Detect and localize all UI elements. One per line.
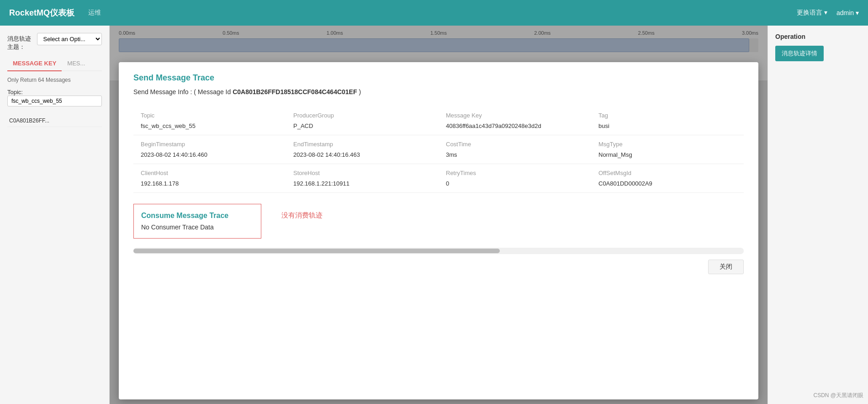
- modal-dialog: Send Message Trace Send Message Info : (…: [119, 62, 758, 399]
- info-value-topic: fsc_wb_ccs_web_55: [141, 122, 279, 129]
- info-label-topic: Topic: [141, 112, 279, 119]
- info-value-offset-msgid: C0A801DD00002A9: [598, 180, 736, 187]
- topic-field-label: Topic:: [7, 89, 102, 112]
- info-cell-message-key: Message Key 40836ff6aa1c43d79a0920248e3d…: [439, 106, 591, 135]
- info-value-client-host: 192.168.1.178: [141, 180, 279, 187]
- info-cell-store-host: StoreHost 192.168.1.221:10911: [286, 164, 439, 193]
- send-trace-title: Send Message Trace: [133, 73, 744, 83]
- send-info-prefix: Send Message Info : ( Message Id: [133, 88, 233, 96]
- consume-trace-row: Consume Message Trace No Consumer Trace …: [133, 204, 744, 239]
- only-return-label: Only Return 64 Messages: [7, 77, 102, 83]
- info-label-end-ts: EndTimestamp: [293, 141, 431, 148]
- scrollbar-thumb[interactable]: [133, 249, 500, 253]
- info-label-message-key: Message Key: [446, 112, 584, 119]
- info-cell-end-ts: EndTimestamp 2023-08-02 14:40:16.463: [286, 135, 439, 164]
- consume-trace-title: Consume Message Trace: [141, 212, 254, 220]
- topic-trace-select[interactable]: Select an Opti...: [37, 33, 102, 45]
- info-cell-tag: Tag busi: [591, 106, 744, 135]
- tab-mes[interactable]: MES...: [62, 56, 90, 71]
- info-cell-topic: Topic fsc_wb_ccs_web_55: [133, 106, 286, 135]
- consume-trace-box: Consume Message Trace No Consumer Trace …: [133, 204, 261, 239]
- info-label-tag: Tag: [598, 112, 736, 119]
- close-button[interactable]: 关闭: [708, 260, 744, 274]
- topic-field-input[interactable]: [7, 96, 102, 106]
- admin-menu[interactable]: admin ▾: [836, 9, 859, 16]
- info-value-producer-group: P_ACD: [293, 122, 431, 129]
- top-nav: RocketMQ仪表板 运维 更换语言 ▾ admin ▾: [0, 0, 868, 26]
- center-content: 0.00ms 0.50ms 1.00ms 1.50ms 2.00ms 2.50m…: [110, 26, 767, 404]
- info-cell-begin-ts: BeginTimestamp 2023-08-02 14:40:16.460: [133, 135, 286, 164]
- watermark: CSDN @天黑请闭眼: [813, 392, 863, 399]
- info-value-retry-times: 0: [446, 180, 584, 187]
- chevron-down-icon: ▾: [824, 9, 827, 16]
- tab-message-key[interactable]: MESSAGE KEY: [7, 56, 62, 71]
- info-value-tag: busi: [598, 122, 736, 129]
- trace-detail-button[interactable]: 消息轨迹详情: [775, 46, 824, 61]
- info-cell-cost-time: CostTime 3ms: [439, 135, 591, 164]
- info-label-cost-time: CostTime: [446, 141, 584, 148]
- info-label-offset-msgid: OffSetMsgId: [598, 170, 736, 176]
- topic-trace-label: 消息轨迹主题： Select an Opti...: [7, 33, 102, 53]
- nav-logo: RocketMQ仪表板: [9, 7, 74, 18]
- info-label-client-host: ClientHost: [141, 170, 279, 176]
- right-panel: Operation 消息轨迹详情: [767, 26, 868, 404]
- language-switcher[interactable]: 更换语言 ▾: [797, 9, 827, 17]
- info-cell-producer-group: ProducerGroup P_ACD: [286, 106, 439, 135]
- info-label-producer-group: ProducerGroup: [293, 112, 431, 119]
- msg-id-item[interactable]: C0A801B26FF...: [7, 115, 102, 127]
- nav-item-ops[interactable]: 运维: [88, 9, 101, 17]
- send-info-line: Send Message Info : ( Message Id C0A801B…: [133, 88, 744, 96]
- info-label-retry-times: RetryTimes: [446, 170, 584, 176]
- info-value-msg-type: Normal_Msg: [598, 151, 736, 158]
- info-label-msg-type: MsgType: [598, 141, 736, 148]
- main-layout: 消息轨迹主题： Select an Opti... MESSAGE KEY ME…: [0, 26, 868, 404]
- no-consume-msg: 没有消费轨迹: [281, 204, 323, 220]
- left-panel: 消息轨迹主题： Select an Opti... MESSAGE KEY ME…: [0, 26, 110, 404]
- info-value-store-host: 192.168.1.221:10911: [293, 180, 431, 187]
- operation-title: Operation: [775, 33, 861, 40]
- chevron-down-icon: ▾: [856, 9, 859, 16]
- close-btn-row: 关闭: [133, 260, 744, 274]
- info-value-cost-time: 3ms: [446, 151, 584, 158]
- horizontal-scrollbar[interactable]: [133, 248, 744, 254]
- info-label-begin-ts: BeginTimestamp: [141, 141, 279, 148]
- nav-right: 更换语言 ▾ admin ▾: [797, 9, 859, 17]
- info-label-store-host: StoreHost: [293, 170, 431, 176]
- send-info-msgid: C0A801B26FFD18518CCF084C464C01EF: [233, 88, 357, 96]
- send-info-suffix: ): [357, 88, 361, 96]
- info-value-end-ts: 2023-08-02 14:40:16.463: [293, 151, 431, 158]
- tab-bar: MESSAGE KEY MES...: [7, 56, 102, 71]
- info-value-message-key: 40836ff6aa1c43d79a0920248e3d2d: [446, 122, 584, 129]
- info-cell-retry-times: RetryTimes 0: [439, 164, 591, 193]
- info-cell-msg-type: MsgType Normal_Msg: [591, 135, 744, 164]
- consume-trace-no-data: No Consumer Trace Data: [141, 223, 254, 231]
- info-cell-client-host: ClientHost 192.168.1.178: [133, 164, 286, 193]
- info-cell-offset-msgid: OffSetMsgId C0A801DD00002A9: [591, 164, 744, 193]
- info-value-begin-ts: 2023-08-02 14:40:16.460: [141, 151, 279, 158]
- info-grid: Topic fsc_wb_ccs_web_55 ProducerGroup P_…: [133, 106, 744, 193]
